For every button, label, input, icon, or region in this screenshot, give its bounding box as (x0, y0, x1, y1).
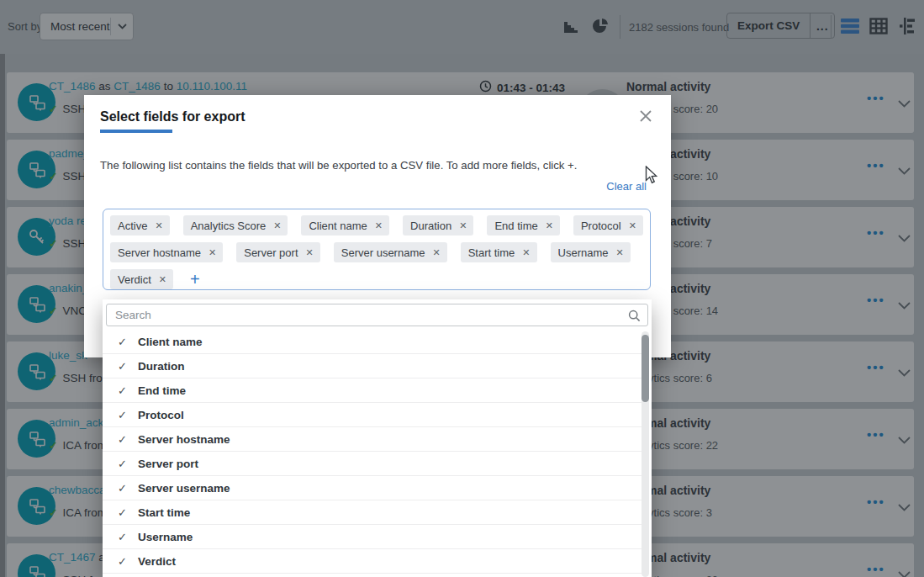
field-chip-label: End time (494, 220, 537, 232)
field-chip-label: Duration (410, 220, 451, 232)
field-option[interactable]: ✓Server port (103, 452, 645, 476)
chip-remove-icon[interactable]: ✕ (209, 247, 216, 258)
chip-remove-icon[interactable]: ✕ (155, 220, 162, 231)
field-chip[interactable]: Protocol✕ (573, 215, 643, 236)
field-chip[interactable]: Analytics Score✕ (183, 215, 288, 236)
option-label: Server username (138, 482, 230, 495)
option-check-icon: ✓ (118, 506, 127, 519)
option-label: Server port (138, 458, 198, 470)
field-chip-label: Analytics Score (191, 220, 267, 232)
field-chip[interactable]: End time✕ (487, 215, 560, 236)
field-chip-label: Server username (341, 246, 425, 259)
option-label: End time (138, 384, 186, 397)
field-chip-label: Verdict (118, 273, 151, 286)
field-option[interactable]: ✓End time (103, 378, 645, 403)
scrollbar-thumb[interactable] (642, 335, 649, 402)
add-field-button[interactable]: + (190, 269, 200, 289)
option-label: Server hostname (138, 433, 230, 446)
field-option[interactable]: ✓Client name (103, 330, 645, 354)
chip-remove-icon[interactable]: ✕ (459, 220, 467, 231)
chip-remove-icon[interactable]: ✕ (306, 247, 314, 258)
option-label: Client name (138, 336, 203, 348)
field-chip[interactable]: Duration✕ (403, 215, 473, 236)
field-options-list: ✓Client name✓Duration✓End time✓Protocol✓… (103, 330, 645, 574)
option-label: Verdict (138, 555, 176, 568)
field-option[interactable]: ✓Protocol (103, 403, 645, 427)
chip-remove-icon[interactable]: ✕ (546, 220, 553, 231)
option-check-icon: ✓ (118, 384, 127, 397)
option-label: Protocol (138, 409, 184, 421)
scrollbar-track[interactable] (642, 331, 649, 577)
close-icon[interactable] (639, 109, 652, 126)
field-option[interactable]: ✓Server hostname (103, 427, 645, 452)
option-check-icon: ✓ (118, 482, 127, 495)
field-chip[interactable]: Server port✕ (236, 242, 320, 262)
field-chip[interactable]: Server hostname✕ (110, 242, 223, 262)
field-chip[interactable]: Start time✕ (461, 242, 537, 262)
field-chip-label: Server hostname (118, 246, 201, 259)
field-chip[interactable]: Server username✕ (334, 242, 447, 262)
option-check-icon: ✓ (118, 555, 127, 568)
field-chip-label: Server port (244, 246, 298, 259)
option-check-icon: ✓ (118, 458, 127, 470)
option-check-icon: ✓ (118, 336, 127, 348)
chip-remove-icon[interactable]: ✕ (629, 220, 636, 231)
option-check-icon: ✓ (118, 531, 127, 543)
field-option[interactable]: ✓Duration (103, 354, 645, 378)
chip-remove-icon[interactable]: ✕ (616, 247, 624, 258)
modal-title: Select fields for export (100, 109, 246, 124)
search-input[interactable] (107, 304, 647, 326)
search-icon (628, 310, 641, 326)
clear-all-link[interactable]: Clear all (606, 180, 647, 193)
modal-description: The following list contains the fields t… (100, 159, 577, 172)
fields-dropdown: ✓Client name✓Duration✓End time✓Protocol✓… (103, 299, 652, 577)
option-label: Username (138, 531, 193, 543)
option-check-icon: ✓ (118, 409, 127, 421)
sessions-search-screen: Sort by Most recent 2182 sessions found … (0, 0, 924, 577)
field-chip[interactable]: Verdict✕ (110, 269, 173, 289)
field-chip-label: Active (118, 220, 147, 232)
field-option[interactable]: ✓Start time (103, 500, 645, 525)
chip-remove-icon[interactable]: ✕ (522, 247, 530, 258)
field-chip[interactable]: Active✕ (110, 215, 170, 236)
selected-fields-box: Active✕Analytics Score✕Client name✕Durat… (103, 209, 651, 290)
field-option[interactable]: ✓Username (103, 525, 645, 549)
field-chip-label: Client name (309, 220, 367, 232)
field-chip-label: Start time (468, 246, 515, 259)
chip-remove-icon[interactable]: ✕ (432, 247, 440, 258)
field-chip[interactable]: Client name✕ (301, 215, 389, 236)
option-check-icon: ✓ (118, 360, 127, 373)
chip-remove-icon[interactable]: ✕ (375, 220, 383, 231)
option-label: Start time (138, 506, 190, 519)
chip-remove-icon[interactable]: ✕ (159, 274, 166, 285)
option-check-icon: ✓ (118, 433, 127, 446)
search-box (106, 304, 648, 326)
field-option[interactable]: ✓Verdict (103, 549, 645, 574)
option-label: Duration (138, 360, 185, 373)
title-accent-bar (100, 130, 172, 133)
chip-remove-icon[interactable]: ✕ (273, 220, 281, 231)
field-chip-label: Protocol (581, 220, 621, 232)
field-option[interactable]: ✓Server username (103, 476, 645, 500)
field-chip[interactable]: Username✕ (551, 242, 631, 262)
field-chip-label: Username (558, 246, 609, 259)
